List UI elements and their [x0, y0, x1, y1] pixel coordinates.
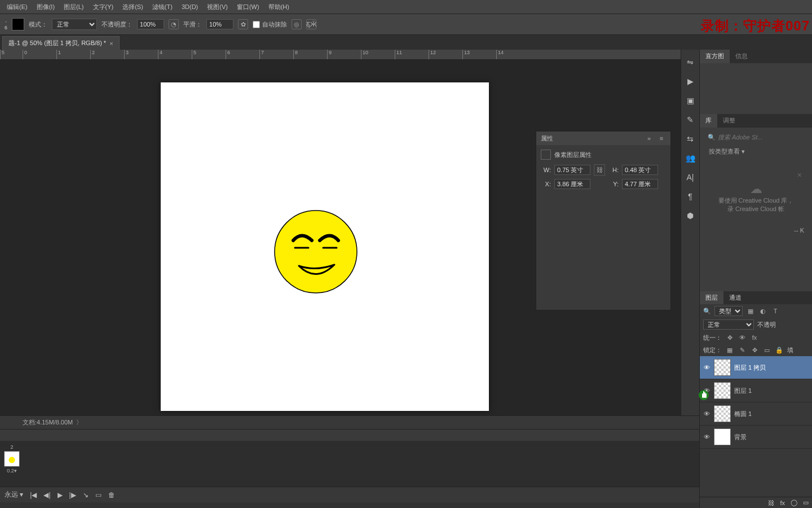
- opacity-input[interactable]: [137, 19, 164, 29]
- menu-edit[interactable]: 编辑(E): [3, 2, 31, 12]
- swatches-icon[interactable]: ⇆: [685, 133, 696, 144]
- layer-row[interactable]: 👁 椭圆 1: [700, 402, 812, 426]
- menu-help[interactable]: 帮助(H): [265, 2, 293, 12]
- brush-swatch[interactable]: [12, 18, 24, 30]
- menu-layer[interactable]: 图层(L): [60, 2, 87, 12]
- visibility-eye-icon[interactable]: 👁: [703, 433, 710, 441]
- unify-position-icon[interactable]: ✥: [725, 333, 734, 342]
- paragraph-icon[interactable]: ¶: [685, 191, 696, 202]
- layer-thumb: [714, 405, 731, 422]
- panel-menu-icon[interactable]: ≡: [657, 134, 666, 143]
- library-view-dropdown[interactable]: 按类型查看 ▾: [704, 144, 807, 159]
- tab-library[interactable]: 库: [700, 114, 717, 128]
- svg-point-3: [8, 457, 15, 463]
- layer-opacity-label: 不透明: [757, 321, 776, 329]
- lock-all-icon[interactable]: 🔒: [775, 345, 784, 354]
- x-input[interactable]: [554, 179, 590, 189]
- frame-delay[interactable]: 0.2▾: [7, 468, 17, 474]
- delete-frame-icon[interactable]: 🗑: [108, 491, 115, 499]
- y-input[interactable]: [622, 179, 658, 189]
- visibility-eye-icon[interactable]: 👁: [703, 364, 710, 371]
- tween-icon[interactable]: ↘: [83, 491, 89, 499]
- visibility-eye-icon[interactable]: 👁: [703, 387, 710, 395]
- timeline-panel: ≡ 2 0.2▾ 永远 ▾ |◀ ◀| ▶ |▶ ↘ ▭ 🗑: [0, 429, 812, 502]
- layer-row[interactable]: 👁 图层 1 拷贝: [700, 356, 812, 379]
- prev-frame-icon[interactable]: ◀|: [43, 491, 50, 499]
- link-layers-icon[interactable]: ⛓: [768, 500, 774, 506]
- document-tab[interactable]: 题-1 @ 50% (图层 1 拷贝, RGB/8) * ×: [2, 36, 120, 50]
- menu-3d[interactable]: 3D(D): [178, 2, 201, 11]
- loop-dropdown[interactable]: 永远 ▾: [5, 490, 23, 500]
- people-icon[interactable]: 👥: [685, 152, 696, 164]
- tab-layers[interactable]: 图层: [700, 291, 723, 304]
- play-icon[interactable]: ▶: [685, 76, 696, 87]
- lock-move-icon[interactable]: ✥: [750, 345, 759, 354]
- close-x-icon[interactable]: ×: [797, 170, 802, 179]
- filter-adjust-icon[interactable]: ◐: [758, 306, 767, 316]
- menu-type[interactable]: 文字(Y): [90, 2, 117, 12]
- history-icon[interactable]: ⇋: [685, 56, 696, 68]
- menu-view[interactable]: 视图(V): [204, 2, 231, 12]
- unify-visibility-icon[interactable]: 👁: [738, 333, 747, 342]
- layer-thumb: [714, 359, 731, 376]
- layer-row[interactable]: 👁 背景: [700, 426, 812, 449]
- unify-style-icon[interactable]: fx: [750, 333, 759, 342]
- flow-label: 平滑：: [183, 20, 202, 29]
- chevron-right-icon[interactable]: 〉: [76, 418, 82, 427]
- unify-label: 统一：: [703, 334, 722, 342]
- mask-icon[interactable]: ◯: [791, 499, 797, 506]
- visibility-eye-icon[interactable]: 👁: [703, 410, 710, 418]
- layer-thumb: [714, 382, 731, 399]
- menu-select[interactable]: 选择(S): [119, 2, 147, 12]
- filter-text-icon[interactable]: T: [771, 306, 780, 316]
- layer-row[interactable]: 👁 图层 1: [700, 379, 812, 402]
- cc-message-2: 录 Creative Cloud 帐: [710, 205, 802, 213]
- smoothing-gear-icon[interactable]: ✿: [238, 19, 248, 29]
- next-frame-icon[interactable]: |▶: [69, 491, 76, 499]
- layer-filter-select[interactable]: 类型: [714, 306, 743, 316]
- type-icon[interactable]: A|: [685, 172, 696, 183]
- new-frame-icon[interactable]: ▭: [95, 491, 102, 499]
- width-input[interactable]: [554, 165, 590, 175]
- right-icon-dock: ⇋ ▶ ▣ ✎ ⇆ 👥 A| ¶ ⬢: [681, 50, 699, 415]
- search-icon: 🔍: [703, 308, 711, 315]
- first-frame-icon[interactable]: |◀: [30, 491, 37, 499]
- library-search[interactable]: 🔍 搜索 Adobe St...: [704, 131, 807, 144]
- document-tab-title: 题-1 @ 50% (图层 1 拷贝, RGB/8) *: [8, 39, 106, 47]
- brush-icon[interactable]: ✎: [685, 114, 696, 125]
- canvas[interactable]: [161, 82, 489, 411]
- horizontal-ruler: 5 0 1 2 3 4 5 6 7 8 9 10 11 12 13 14: [0, 50, 681, 60]
- lock-trans-icon[interactable]: ▦: [725, 345, 734, 354]
- lock-artboard-icon[interactable]: ▭: [762, 345, 771, 354]
- tab-info[interactable]: 信息: [730, 50, 753, 63]
- butterfly-icon[interactable]: Ƹ̵̡Ӝ: [306, 19, 316, 29]
- menu-window[interactable]: 窗口(W): [233, 2, 263, 12]
- close-icon[interactable]: ×: [109, 40, 113, 47]
- pressure-opacity-icon[interactable]: ◔: [169, 19, 179, 29]
- lock-paint-icon[interactable]: ✎: [738, 345, 747, 354]
- target-icon[interactable]: ◎: [292, 19, 302, 29]
- tab-adjustments[interactable]: 调整: [717, 114, 741, 128]
- play-icon[interactable]: ▶: [58, 491, 63, 499]
- layer-name: 图层 1: [734, 387, 752, 395]
- docinfo-text: 文档:4.15M/8.00M: [23, 418, 73, 427]
- auto-erase-checkbox[interactable]: 自动抹除: [253, 20, 287, 29]
- height-input[interactable]: [622, 165, 658, 175]
- tab-histogram[interactable]: 直方图: [700, 50, 730, 63]
- fx-icon[interactable]: fx: [780, 500, 785, 506]
- width-label: W:: [541, 167, 551, 173]
- flow-input[interactable]: [206, 19, 233, 29]
- panel-group-icon[interactable]: ▣: [685, 95, 696, 106]
- collapse-icon[interactable]: »: [645, 134, 654, 143]
- filter-image-icon[interactable]: ▦: [746, 306, 755, 316]
- menu-filter[interactable]: 滤镜(T): [149, 2, 176, 12]
- menu-image[interactable]: 图像(I): [33, 2, 58, 12]
- cube-icon[interactable]: ⬢: [685, 210, 696, 221]
- folder-icon[interactable]: ▭: [803, 499, 809, 506]
- blend-mode-select[interactable]: 正常: [52, 19, 97, 30]
- timeline-frame[interactable]: 2 0.2▾: [3, 444, 20, 474]
- brush-preset-icon[interactable]: ·6: [5, 18, 7, 30]
- tab-channels[interactable]: 通道: [723, 291, 747, 304]
- link-wh-icon[interactable]: ⛓: [594, 164, 605, 176]
- layer-blend-select[interactable]: 正常: [703, 319, 754, 330]
